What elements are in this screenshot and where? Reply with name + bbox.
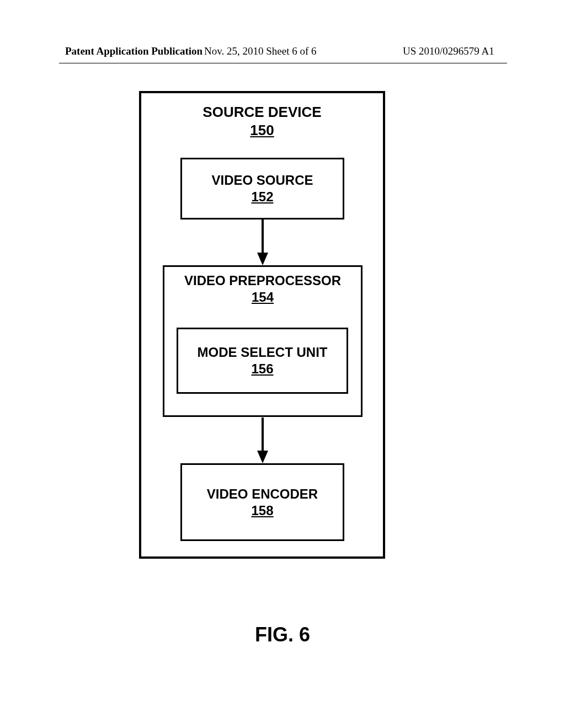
page: Patent Application Publication Nov. 25, … — [0, 0, 565, 728]
figure-caption: FIG. 6 — [0, 623, 565, 646]
video-encoder-block: VIDEO ENCODER 158 — [180, 463, 344, 541]
mode-select-number: 156 — [251, 361, 273, 377]
header-publication-label: Patent Application Publication — [65, 45, 202, 57]
video-preprocessor-number: 154 — [252, 289, 274, 306]
video-source-block: VIDEO SOURCE 152 — [180, 158, 344, 220]
svg-marker-1 — [257, 253, 268, 265]
video-source-label: VIDEO SOURCE — [211, 172, 313, 189]
source-device-block: SOURCE DEVICE 150 VIDEO SOURCE 152 VIDEO… — [139, 91, 385, 559]
mode-select-block: MODE SELECT UNIT 156 — [177, 328, 348, 394]
header-rule — [59, 63, 507, 63]
source-device-title: SOURCE DEVICE 150 — [141, 103, 383, 139]
video-encoder-number: 158 — [251, 502, 273, 519]
video-encoder-label: VIDEO ENCODER — [207, 486, 318, 502]
svg-marker-3 — [257, 451, 268, 463]
header-patent-number: US 2010/0296579 A1 — [403, 45, 494, 57]
header-sheet-info: Nov. 25, 2010 Sheet 6 of 6 — [204, 45, 317, 57]
source-device-number: 150 — [250, 122, 274, 138]
video-source-number: 152 — [251, 189, 273, 205]
source-device-label: SOURCE DEVICE — [202, 104, 321, 120]
arrow-preproc-to-encoder — [257, 417, 268, 464]
mode-select-label: MODE SELECT UNIT — [197, 344, 327, 361]
video-preprocessor-label: VIDEO PREPROCESSOR — [184, 272, 341, 289]
arrow-source-to-preproc — [257, 220, 268, 266]
